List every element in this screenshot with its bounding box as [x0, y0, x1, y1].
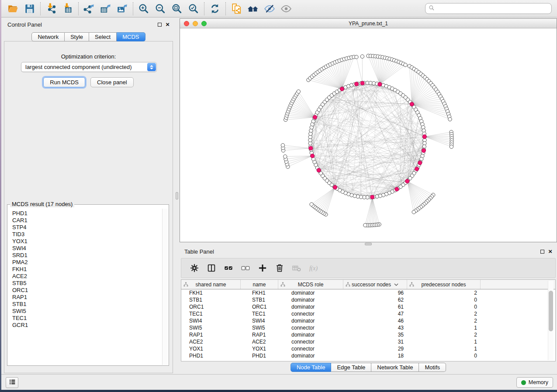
mcds-result-item[interactable]: YOX1 [8, 238, 161, 245]
graph-node[interactable] [450, 145, 453, 148]
graph-dominator-node[interactable] [340, 87, 344, 91]
select-all-icon[interactable] [224, 261, 233, 275]
graph-dominator-node[interactable] [418, 161, 422, 165]
graph-node[interactable] [404, 63, 407, 67]
network-graph[interactable] [180, 28, 557, 242]
run-mcds-button[interactable]: Run MCDS [43, 77, 85, 87]
graph-dominator-node[interactable] [317, 168, 321, 172]
vertical-splitter[interactable] [175, 19, 180, 373]
memory-button[interactable]: Memory [516, 377, 553, 388]
graph-node[interactable] [297, 90, 300, 93]
open-file-icon[interactable] [5, 2, 21, 16]
graph-dominator-node[interactable] [333, 186, 337, 189]
save-session-icon[interactable] [21, 2, 38, 16]
optimization-criterion-select[interactable]: largest connected component (undirected) [21, 62, 157, 72]
minimize-window-icon[interactable] [193, 21, 198, 26]
mcds-result-item[interactable]: TEC1 [8, 315, 161, 322]
apply-preferred-layout-icon[interactable] [207, 2, 223, 16]
horizontal-splitter[interactable] [180, 242, 557, 246]
table-row[interactable]: TEC1TEC1connector472 [181, 310, 555, 317]
graph-dominator-node[interactable] [422, 134, 426, 138]
zoom-out-icon[interactable] [152, 2, 169, 16]
column-header-predecessor-nodes[interactable]: predecessor nodes [407, 280, 481, 289]
float-panel-icon[interactable] [158, 23, 162, 27]
table-scrollbar[interactable] [548, 281, 554, 360]
table-row[interactable]: FKH1FKH1dominator962 [181, 289, 555, 296]
mcds-result-item[interactable]: RAP1 [8, 294, 161, 301]
splitter-grip[interactable] [176, 192, 178, 199]
close-panel-icon[interactable]: × [548, 249, 552, 254]
export-image-icon[interactable] [114, 2, 131, 16]
hide-selected-icon[interactable] [261, 2, 278, 16]
duplicate-network-icon[interactable] [228, 2, 245, 16]
mcds-result-item[interactable]: PHD1 [8, 210, 161, 217]
mcds-result-item[interactable]: STB5 [8, 280, 161, 287]
mcds-result-item[interactable]: STB1 [8, 301, 161, 308]
deselect-all-icon[interactable] [241, 261, 250, 275]
graph-dominator-node[interactable] [405, 179, 409, 183]
show-all-icon[interactable] [278, 2, 294, 16]
mcds-result-item[interactable]: GCR1 [8, 322, 161, 329]
network-titlebar[interactable]: YPA_prune.txt_1 [180, 19, 557, 28]
graph-dominator-node[interactable] [378, 83, 382, 86]
graph-node[interactable] [412, 210, 415, 214]
column-header-MCDS-role[interactable]: MCDS role [278, 280, 343, 289]
table-row[interactable]: STB1STB1dominator620 [181, 296, 555, 303]
graph-node[interactable] [360, 55, 364, 58]
graph-dominator-node[interactable] [313, 115, 317, 119]
mcds-result-item[interactable]: SWI4 [8, 245, 161, 252]
mcds-result-item[interactable]: STP4 [8, 224, 161, 231]
table-scrollbar-thumb[interactable] [549, 291, 553, 331]
zoom-selected-icon[interactable] [185, 2, 202, 16]
tab-select[interactable]: Select [89, 32, 117, 41]
tab-mcds[interactable]: MCDS [117, 32, 145, 41]
table-row[interactable]: SWI5SWI5connector431 [181, 324, 555, 331]
mcds-result-item[interactable]: TID3 [8, 231, 161, 238]
mcds-result-item[interactable]: SWI5 [8, 308, 161, 315]
show-columns-icon[interactable] [207, 261, 216, 275]
delete-entry-icon[interactable] [275, 261, 284, 275]
graph-dominator-node[interactable] [311, 154, 315, 158]
close-window-icon[interactable] [184, 21, 189, 26]
table-row[interactable]: YOX1YOX1connector291 [181, 345, 555, 352]
import-table-icon[interactable] [59, 2, 76, 16]
graph-node[interactable] [355, 55, 358, 58]
splitter-grip[interactable] [365, 243, 372, 245]
graph-dominator-node[interactable] [415, 167, 419, 171]
settings-gear-icon[interactable] [190, 261, 199, 275]
graph-dominator-node[interactable] [354, 82, 358, 86]
search-input[interactable] [437, 6, 548, 12]
column-header-shared-name[interactable]: shared name [181, 280, 241, 289]
tab-edge-table[interactable]: Edge Table [331, 363, 371, 372]
mcds-result-item[interactable]: PMA2 [8, 259, 161, 266]
table-row[interactable]: PHD1PHD1dominator180 [181, 352, 555, 359]
graph-dominator-node[interactable] [360, 81, 364, 85]
add-entry-icon[interactable] [258, 261, 267, 275]
table-row[interactable]: ACE2ACE2connector311 [181, 338, 555, 345]
export-table-icon[interactable] [97, 2, 114, 16]
close-panel-button[interactable]: Close panel [90, 77, 134, 87]
graph-node[interactable] [281, 144, 284, 147]
column-header-successor-nodes[interactable]: successor nodes [343, 280, 407, 289]
tab-network[interactable]: Network [31, 32, 65, 41]
graph-dominator-node[interactable] [370, 195, 374, 199]
graph-dominator-node[interactable] [395, 187, 399, 191]
mcds-result-item[interactable]: FKH1 [8, 266, 161, 273]
mcds-result-item[interactable]: ORC1 [8, 287, 161, 294]
first-neighbors-icon[interactable] [245, 2, 261, 16]
maximize-window-icon[interactable] [201, 21, 207, 26]
table-row[interactable]: ORC1ORC1dominator610 [181, 303, 555, 310]
mcds-result-item[interactable]: CAR1 [8, 217, 161, 224]
export-network-icon[interactable] [81, 2, 97, 16]
tab-style[interactable]: Style [65, 32, 89, 41]
tab-motifs[interactable]: Motifs [419, 363, 446, 372]
network-canvas[interactable] [180, 28, 557, 242]
table-row[interactable]: RAP1RAP1dominator352 [181, 331, 555, 338]
graph-node[interactable] [310, 203, 313, 206]
graph-node[interactable] [284, 155, 287, 158]
zoom-fit-icon[interactable] [169, 2, 185, 16]
graph-dominator-node[interactable] [410, 102, 414, 106]
search-box[interactable] [425, 3, 552, 14]
float-panel-icon[interactable] [540, 250, 544, 254]
tab-node-table[interactable]: Node Table [291, 363, 332, 372]
